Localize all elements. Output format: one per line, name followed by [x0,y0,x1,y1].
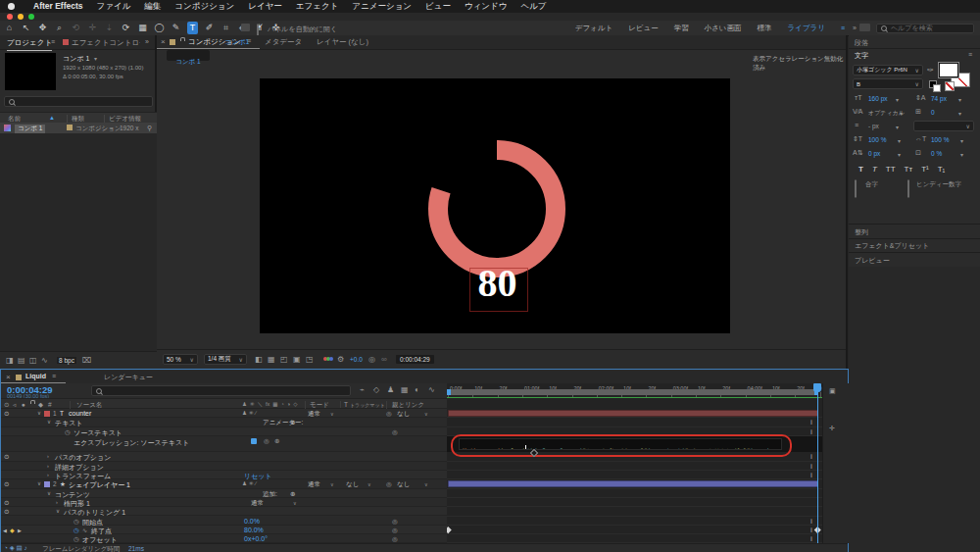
pan-camera-tool-icon[interactable]: ✛ [87,22,98,34]
include-in-render-icon[interactable]: ◎ [392,518,398,526]
chevron-down-icon[interactable]: ▾ [94,55,97,62]
property-row[interactable]: ◷ソーステキスト◎ [1,427,447,436]
render-status-icons[interactable]: ◔ ◈ ▤ ♪ [4,544,27,552]
tracking-value[interactable]: 0 [931,109,935,116]
default-stroke-swatch[interactable] [933,84,941,92]
leading-value[interactable]: 74 px [931,95,947,102]
eye-icon[interactable]: ⊙ [4,410,9,418]
stopwatch-icon[interactable]: ◷ [65,428,71,436]
resolution-gear-icon[interactable]: ⚙ [337,355,344,364]
add-property-icon[interactable]: ⊕ [290,490,295,498]
twirl-icon[interactable]: › [56,499,58,505]
stopwatch-icon[interactable]: ◷ [74,518,79,526]
chevron-down-icon[interactable]: ∨ [293,500,297,506]
timeline-track-area[interactable]: 0:00f10f20f01:00f10f20f02:00f10f20f03:00… [447,383,822,543]
menu-item[interactable]: After Effects [33,1,83,13]
faux-bold-button[interactable]: T [858,165,863,174]
include-in-render-icon[interactable]: ◎ [392,527,398,534]
subscript-button[interactable]: T₁ [938,165,946,174]
work-area-start-handle[interactable] [447,389,451,395]
tab-effect-controls[interactable]: エフェクトコントロール c [72,38,140,48]
chevron-down-icon[interactable]: ∨ [424,481,428,487]
keyframe-diamond[interactable] [447,527,451,532]
parent-pickwhip-icon[interactable]: ◎ [386,480,392,488]
dolly-camera-tool-icon[interactable]: ⇣ [104,22,115,34]
guides-icon[interactable]: ◳ [306,355,314,364]
property-row[interactable]: エクスプレッション: ソーステキスト◎⊕ [1,436,447,453]
view-options-icon[interactable]: ◧ [255,355,263,364]
chevron-down-icon[interactable]: ∨ [330,411,334,417]
new-composition-icon[interactable]: ◫ [29,356,37,365]
brush-tool-icon[interactable]: ✐ [204,22,215,34]
project-panel-menu-icon[interactable]: ≡ [51,38,55,45]
project-item-name[interactable]: コンポ 1 [63,54,89,64]
chevron-down-icon[interactable]: ∨ [368,481,371,487]
eye-icon[interactable]: ⊙ [4,480,9,488]
item-label-color[interactable] [67,125,73,130]
interpret-footage-icon[interactable]: ◨ [6,356,14,365]
workspace-tab-標準[interactable]: 標準 [758,24,772,33]
layer-switches[interactable]: ♟✳∕ [242,410,258,416]
twirl-icon[interactable]: ∨ [56,508,60,514]
twirl-icon[interactable]: › [47,463,49,469]
project-row-comp1[interactable]: コンポ 1 コンポジション 1920 x ⚲ [0,123,157,133]
eye-icon[interactable]: ⊙ [4,508,9,516]
menu-item[interactable]: ウィンドウ [465,1,508,13]
work-area-bar[interactable] [448,389,818,395]
menu-item[interactable]: ファイル [97,1,131,13]
menu-item[interactable]: ビュー [425,1,451,13]
add-keyframe-icon[interactable]: ◆ [10,527,15,533]
panel-overflow-icon[interactable]: » [145,38,149,45]
eye-icon[interactable]: ⊙ [4,499,9,507]
workspace-tab-レビュー[interactable]: レビュー [628,24,659,33]
tsume-value[interactable]: 0 % [931,150,942,157]
property-row[interactable]: ◷開始点0.0%◎ [1,517,447,526]
expression-graph-icon[interactable]: ◎ [264,437,270,445]
more-workspaces-icon[interactable]: » [853,25,857,31]
trash-icon[interactable]: ⌧ [82,356,91,365]
home-tool-icon[interactable]: ⌂ [4,22,15,34]
hindi-digits-checkbox[interactable] [907,179,909,198]
mask-tool-icon[interactable]: ▦ [137,22,148,34]
quality-dropdown[interactable]: 1/4 画質∨ [204,354,247,365]
font-family-dropdown[interactable]: 小塚ゴシック Pr6N∨ [853,65,923,75]
twirl-icon[interactable]: › [47,472,49,477]
zoom-level-dropdown[interactable]: 50 %∨ [163,354,198,365]
comp-button[interactable]: コンポ 1 [167,50,210,61]
sort-ascending-icon[interactable]: ▲ [49,115,55,121]
property-value[interactable]: 80.0% [244,527,264,533]
layer-label-color[interactable] [44,411,50,417]
orbit-camera-tool-icon[interactable]: ⟲ [71,22,81,34]
project-settings-icon[interactable]: ∿ [41,356,48,365]
preview-panel-header[interactable]: プレビュー [849,253,980,268]
property-row[interactable]: ◀◆▶◷∿終了点80.0%◎ [1,526,447,534]
viewer-timecode[interactable]: 0:00:04:29 [396,355,434,364]
parent-pickwhip-icon[interactable]: ◎ [386,410,392,418]
clone-stamp-tool-icon[interactable]: ⌗ [220,22,231,34]
close-window-button[interactable] [7,14,13,20]
twirl-icon[interactable]: › [47,453,49,459]
font-style-dropdown[interactable]: B∨ [853,78,923,89]
text-tool-icon[interactable]: T [187,22,198,34]
paragraph-panel-header[interactable]: 段落 [849,35,980,49]
layer-label-color[interactable] [44,481,50,487]
no-color-swatch[interactable] [945,81,955,91]
workspace-tab-小さい画面[interactable]: 小さい画面 [705,24,742,33]
property-value[interactable]: 0x+0.0° [244,535,268,542]
horizontal-scale-value[interactable]: 100 % [931,136,949,143]
vertical-scale-value[interactable]: 100 % [868,136,886,143]
pen-tool-icon[interactable]: ✎ [171,22,181,34]
property-row[interactable]: ›詳細オプション [1,462,447,471]
workspace-tab-デフォルト[interactable]: デフォルト [575,24,612,33]
eye-icon[interactable]: ⊙ [4,453,9,461]
zoom-window-button[interactable] [28,14,34,20]
new-folder-icon[interactable]: ▤ [18,356,25,365]
expression-enable-icon[interactable] [251,438,257,444]
layer-name[interactable]: counter [69,410,91,417]
layer-switches[interactable]: ♟✳∕ [242,480,258,486]
expression-pickwhip-icon[interactable]: ⊕ [274,437,279,445]
value-graph-icon[interactable]: ∿ [82,527,87,533]
menu-item[interactable]: コンポジション [174,1,234,13]
workspace-tab-ライブラリ[interactable]: ライブラリ [788,24,825,33]
rotation-tool-icon[interactable]: ⟳ [121,22,131,34]
